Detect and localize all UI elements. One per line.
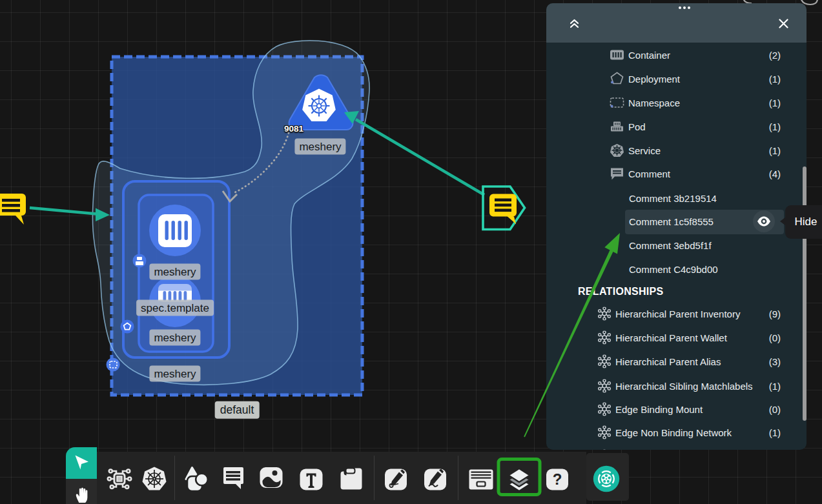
svg-text:?: ?	[553, 470, 562, 488]
